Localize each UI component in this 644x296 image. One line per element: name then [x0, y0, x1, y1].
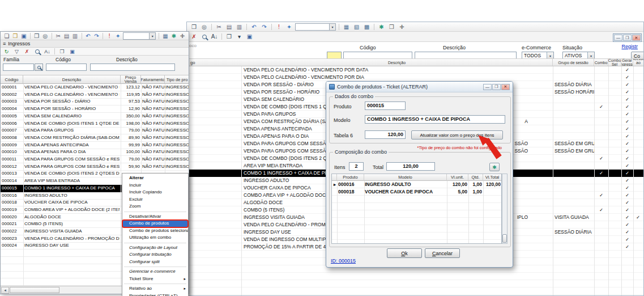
menu-item-relativo-ao[interactable]: Relativo ao▸: [122, 285, 188, 293]
restore-button[interactable]: ❐: [623, 35, 632, 41]
print-icon[interactable]: ❐: [225, 33, 233, 40]
table-row[interactable]: 000005VENDA SEM CALENDARIO350,00NÃO FATU…: [1, 113, 189, 120]
undo-icon[interactable]: ↶: [84, 32, 91, 40]
table-row[interactable]: 000007VENDA PARA GRUPOS79,00NÃO FATURARI…: [1, 127, 189, 134]
row-selector-header[interactable]: [332, 174, 337, 181]
record-id-link[interactable]: ID: 000015: [331, 258, 356, 264]
undo-icon[interactable]: ↶: [250, 23, 258, 31]
sort-icon[interactable]: A↓: [210, 33, 219, 40]
register-link[interactable]: Registr: [621, 44, 638, 49]
column-header-tipo-de-pro[interactable]: Tipo de pro: [165, 75, 189, 84]
itens-field[interactable]: 2: [349, 162, 364, 171]
restore-button[interactable]: ❐: [492, 84, 501, 90]
preview-icon[interactable]: ◎: [42, 32, 49, 40]
toolbar-combobox[interactable]: ▾: [295, 23, 336, 31]
column-header-qtd[interactable]: Qtd.: [468, 174, 483, 181]
descricao-column-header[interactable]: Descrição: [241, 59, 553, 66]
cut-icon[interactable]: ✂: [215, 23, 223, 31]
grid-icon[interactable]: ▦: [162, 32, 169, 40]
filter-grid-icon[interactable]: ▩: [362, 23, 371, 31]
column-header-modelo[interactable]: Modelo: [364, 174, 447, 181]
minimize-button[interactable]: —: [614, 35, 622, 41]
close-button[interactable]: ✕: [501, 84, 510, 90]
print-icon[interactable]: ❐: [33, 32, 40, 40]
familia-lookup-button[interactable]: [35, 64, 43, 71]
minimize-button[interactable]: —: [483, 84, 492, 90]
column-header-vl-total[interactable]: Vl.Total: [483, 174, 502, 181]
new-icon[interactable]: ❏: [3, 32, 10, 40]
clear-filter-icon[interactable]: ✗: [190, 33, 198, 40]
column-header-gerar-ingresso[interactable]: Gerar Ingresso: [621, 59, 633, 66]
column-header-combo[interactable]: Combo: [594, 59, 608, 66]
column-header-grupo-de-sess-o[interactable]: Grupo de sessão: [553, 59, 594, 66]
menu-item-ticket-store[interactable]: Ticket Store▸: [122, 276, 188, 283]
table-row[interactable]: 000003VENDA POR SESSÃO - DIÁRIO97,53NÃO …: [1, 98, 189, 105]
column-header-descri-o[interactable]: Descrição: [23, 75, 121, 84]
column-header-produto[interactable]: Produto: [337, 174, 364, 181]
column-header-combo-sel[interactable]: Combo Sel: [608, 59, 621, 66]
menu-item-utiliza-o-em-combo[interactable]: Utilização em combo: [122, 234, 188, 242]
menu-item-combo-de-produtos[interactable]: Combo de produtos: [122, 220, 188, 227]
column-header-faturamento[interactable]: Faturamento: [141, 75, 165, 84]
columns-icon[interactable]: ▧: [352, 23, 361, 31]
menu-item-incluir[interactable]: Incluir: [122, 182, 188, 189]
sort-icon[interactable]: A↓: [43, 48, 52, 55]
tabela-field[interactable]: 120,00: [365, 130, 406, 139]
vertical-scrollbar[interactable]: [502, 174, 507, 244]
menu-item-incluir-copiando[interactable]: Incluir Copiando: [122, 189, 188, 196]
open-icon[interactable]: ❒: [12, 32, 19, 40]
total-field[interactable]: 120,00: [386, 162, 435, 171]
chart-icon[interactable]: ✦: [285, 23, 293, 31]
table-row[interactable]: 000009VENDA APENAS ANTECIPADA99,99NÃO FA…: [1, 142, 189, 149]
scroll-left-icon[interactable]: ◂: [1, 287, 9, 294]
toolbar-combobox[interactable]: ▾: [123, 32, 156, 40]
paste-icon[interactable]: ▥: [235, 23, 244, 31]
warning-icon[interactable]: !: [275, 23, 283, 31]
scroll-thumb[interactable]: [502, 234, 507, 243]
column-header-c-digo[interactable]: Código: [1, 75, 23, 84]
preview-icon[interactable]: ◎: [200, 23, 208, 31]
search-icon[interactable]: [33, 48, 41, 55]
copy-icon[interactable]: ▤: [63, 32, 70, 40]
menu-item-desativar-ativar[interactable]: Desativar/Ativar: [122, 213, 188, 221]
chart-icon[interactable]: ✦: [114, 32, 121, 40]
table-row[interactable]: 000006VENDA DE COMBO (DOIS ITENS 1 QTDE …: [1, 120, 189, 128]
familia-input[interactable]: [3, 64, 34, 71]
save-icon[interactable]: ▣: [68, 48, 76, 55]
column-header-vl-unit[interactable]: Vl.unit.: [447, 174, 468, 181]
ok-button[interactable]: Ok: [387, 248, 422, 258]
save-icon[interactable]: ▣: [20, 32, 27, 40]
codigo-column-header-fragment[interactable]: go: [190, 59, 195, 66]
paste-icon[interactable]: ▥: [72, 32, 79, 40]
print-icon[interactable]: ❐: [190, 23, 198, 31]
column-header-pre-o-venda[interactable]: Preço Venda: [121, 75, 141, 84]
clear-filter-icon[interactable]: ✗: [23, 48, 31, 55]
search-icon[interactable]: [200, 33, 208, 40]
menu-item-propriedades-ctrl-t[interactable]: Propriedades (CTRL+T): [122, 293, 188, 296]
scroll-thumb[interactable]: [10, 287, 59, 293]
table-row[interactable]: 000002VENDA PELO CALENDÁRIO - VENCIMENTO…: [1, 91, 189, 99]
window-icon[interactable]: ❒: [387, 23, 396, 31]
menu-item-configurar-tributa-o[interactable]: Configurar tributação: [122, 251, 188, 259]
cut-icon[interactable]: ✂: [55, 32, 62, 40]
modelo-field[interactable]: COMBO 1 INGRESSO + CAIXA DE PIPOCA: [365, 115, 505, 124]
refresh-icon[interactable]: ↻: [2, 48, 11, 55]
table-row[interactable]: 000001VENDA PELO CALENDARIO - VENCIMENTO…: [1, 84, 189, 91]
table-row[interactable]: VENDA PELO CALENDÁRIO - VENCIMENTO POR D…: [187, 66, 643, 74]
menu-item-gerenciar-e-commerce[interactable]: Gerenciar e-commerce: [122, 268, 188, 276]
print-icon[interactable]: ❐: [58, 48, 66, 55]
table-row[interactable]: 000004VENDA POR SESSÃO - HORÁRIO12,90NÃO…: [1, 105, 189, 113]
table-row[interactable]: 000012VENDA PARA GRUPOS COM SESSÃO e RES…: [1, 163, 189, 171]
dropdown-icon[interactable]: ▾: [235, 33, 244, 40]
redo-icon[interactable]: ↷: [93, 32, 100, 40]
table-row[interactable]: 000010VENDA APENAS PARA O DIA100,00NÃO F…: [1, 149, 189, 156]
table-row[interactable]: 000018VOUCHER CAIXA DE PIPOCA5,001,00: [332, 188, 501, 196]
settings-icon[interactable]: ✱: [170, 32, 177, 40]
menu-item-excluir[interactable]: Excluir: [122, 196, 188, 204]
menu-item-configurar-split[interactable]: Configurar split: [122, 259, 188, 266]
descricao-input[interactable]: [90, 64, 175, 71]
tools-icon[interactable]: ✚: [179, 32, 186, 40]
close-button[interactable]: ✕: [632, 35, 641, 41]
table-row[interactable]: 000008VENDA COM RESTRIÇÃO DIÁRIA (SAB-DO…: [1, 134, 189, 142]
menu-item-zoom[interactable]: Zoom: [122, 203, 188, 210]
